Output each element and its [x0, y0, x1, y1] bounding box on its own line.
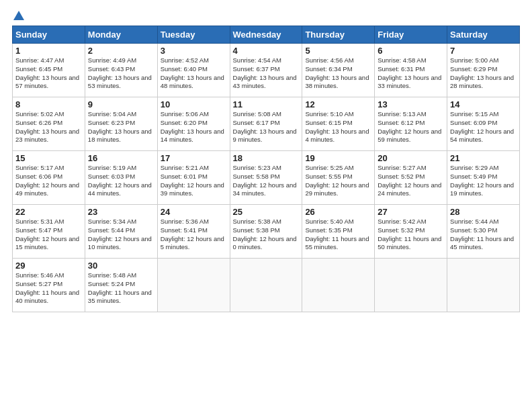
weekday-header-saturday: Saturday [447, 26, 520, 44]
weekday-header-monday: Monday [85, 26, 157, 44]
calendar-cell: 20Sunrise: 5:27 AMSunset: 5:52 PMDayligh… [375, 151, 447, 205]
calendar-cell: 6Sunrise: 4:58 AMSunset: 6:31 PMDaylight… [375, 44, 447, 97]
day-number: 15 [15, 153, 82, 163]
day-info: Sunrise: 4:47 AMSunset: 6:45 PMDaylight:… [15, 56, 82, 91]
calendar-week-1: 1Sunrise: 4:47 AMSunset: 6:45 PMDaylight… [13, 44, 520, 97]
day-info: Sunrise: 5:02 AMSunset: 6:26 PMDaylight:… [15, 110, 82, 144]
day-info: Sunrise: 5:48 AMSunset: 5:24 PMDaylight:… [88, 271, 154, 306]
calendar-table: SundayMondayTuesdayWednesdayThursdayFrid… [12, 26, 520, 312]
day-number: 16 [88, 153, 154, 163]
calendar-cell: 1Sunrise: 4:47 AMSunset: 6:45 PMDaylight… [13, 44, 85, 97]
day-number: 27 [378, 207, 444, 217]
calendar-cell: 8Sunrise: 5:02 AMSunset: 6:26 PMDaylight… [13, 97, 85, 151]
calendar-cell [375, 259, 447, 312]
calendar-week-2: 8Sunrise: 5:02 AMSunset: 6:26 PMDaylight… [13, 97, 520, 151]
calendar-cell: 16Sunrise: 5:19 AMSunset: 6:03 PMDayligh… [85, 151, 157, 205]
day-number: 2 [88, 46, 154, 56]
calendar-cell: 11Sunrise: 5:08 AMSunset: 6:17 PMDayligh… [230, 97, 302, 151]
calendar-cell: 23Sunrise: 5:34 AMSunset: 5:44 PMDayligh… [85, 205, 157, 259]
day-info: Sunrise: 5:29 AMSunset: 5:49 PMDaylight:… [450, 164, 517, 198]
day-number: 14 [450, 99, 517, 109]
day-number: 11 [233, 99, 300, 109]
calendar-cell: 4Sunrise: 4:54 AMSunset: 6:37 PMDaylight… [230, 44, 302, 97]
day-info: Sunrise: 5:08 AMSunset: 6:17 PMDaylight:… [233, 110, 300, 144]
calendar-cell: 18Sunrise: 5:23 AMSunset: 5:58 PMDayligh… [230, 151, 302, 205]
day-info: Sunrise: 5:00 AMSunset: 6:29 PMDaylight:… [450, 56, 517, 91]
day-info: Sunrise: 4:54 AMSunset: 6:37 PMDaylight:… [233, 56, 300, 91]
day-number: 1 [15, 46, 82, 56]
day-info: Sunrise: 5:19 AMSunset: 6:03 PMDaylight:… [88, 164, 154, 198]
day-info: Sunrise: 4:49 AMSunset: 6:43 PMDaylight:… [88, 56, 154, 91]
calendar-cell: 10Sunrise: 5:06 AMSunset: 6:20 PMDayligh… [157, 97, 230, 151]
calendar-cell: 2Sunrise: 4:49 AMSunset: 6:43 PMDaylight… [85, 44, 157, 97]
calendar-cell: 15Sunrise: 5:17 AMSunset: 6:06 PMDayligh… [13, 151, 85, 205]
day-number: 25 [233, 207, 300, 217]
day-info: Sunrise: 5:27 AMSunset: 5:52 PMDaylight:… [378, 164, 444, 198]
day-info: Sunrise: 5:06 AMSunset: 6:20 PMDaylight:… [161, 110, 227, 144]
day-info: Sunrise: 5:17 AMSunset: 6:06 PMDaylight:… [15, 164, 82, 198]
calendar-cell [302, 259, 375, 312]
calendar-week-4: 22Sunrise: 5:31 AMSunset: 5:47 PMDayligh… [13, 205, 520, 259]
day-info: Sunrise: 5:21 AMSunset: 6:01 PMDaylight:… [161, 164, 227, 198]
day-info: Sunrise: 4:58 AMSunset: 6:31 PMDaylight:… [378, 56, 444, 91]
calendar-cell: 27Sunrise: 5:42 AMSunset: 5:32 PMDayligh… [375, 205, 447, 259]
calendar-week-5: 29Sunrise: 5:46 AMSunset: 5:27 PMDayligh… [13, 259, 520, 312]
day-info: Sunrise: 5:25 AMSunset: 5:55 PMDaylight:… [305, 164, 371, 198]
day-info: Sunrise: 5:46 AMSunset: 5:27 PMDaylight:… [15, 271, 82, 306]
day-number: 21 [450, 153, 517, 163]
calendar-cell: 19Sunrise: 5:25 AMSunset: 5:55 PMDayligh… [302, 151, 375, 205]
day-number: 20 [378, 153, 444, 163]
calendar-cell: 26Sunrise: 5:40 AMSunset: 5:35 PMDayligh… [302, 205, 375, 259]
svg-marker-0 [13, 11, 24, 20]
weekday-header-friday: Friday [375, 26, 447, 44]
weekday-header-tuesday: Tuesday [157, 26, 230, 44]
calendar-cell: 17Sunrise: 5:21 AMSunset: 6:01 PMDayligh… [157, 151, 230, 205]
day-number: 19 [305, 153, 371, 163]
day-number: 3 [161, 46, 227, 56]
page: SundayMondayTuesdayWednesdayThursdayFrid… [0, 0, 532, 411]
day-number: 29 [15, 261, 82, 271]
weekday-header-thursday: Thursday [302, 26, 375, 44]
day-number: 8 [15, 99, 82, 109]
header [12, 12, 520, 19]
day-info: Sunrise: 5:23 AMSunset: 5:58 PMDaylight:… [233, 164, 300, 198]
day-info: Sunrise: 5:34 AMSunset: 5:44 PMDaylight:… [88, 218, 154, 252]
day-info: Sunrise: 5:15 AMSunset: 6:09 PMDaylight:… [450, 110, 517, 144]
day-info: Sunrise: 5:13 AMSunset: 6:12 PMDaylight:… [378, 110, 444, 144]
calendar-cell: 29Sunrise: 5:46 AMSunset: 5:27 PMDayligh… [13, 259, 85, 312]
day-number: 10 [161, 99, 227, 109]
day-number: 13 [378, 99, 444, 109]
day-info: Sunrise: 5:04 AMSunset: 6:23 PMDaylight:… [88, 110, 154, 144]
calendar-cell [230, 259, 302, 312]
logo-icon [13, 9, 25, 21]
calendar-cell: 21Sunrise: 5:29 AMSunset: 5:49 PMDayligh… [447, 151, 520, 205]
calendar-cell: 5Sunrise: 4:56 AMSunset: 6:34 PMDaylight… [302, 44, 375, 97]
calendar-cell: 25Sunrise: 5:38 AMSunset: 5:38 PMDayligh… [230, 205, 302, 259]
day-number: 5 [305, 46, 371, 56]
day-number: 22 [15, 207, 82, 217]
calendar-cell [447, 259, 520, 312]
day-info: Sunrise: 5:44 AMSunset: 5:30 PMDaylight:… [450, 218, 517, 252]
weekday-header-sunday: Sunday [13, 26, 85, 44]
day-number: 17 [161, 153, 227, 163]
calendar-cell: 7Sunrise: 5:00 AMSunset: 6:29 PMDaylight… [447, 44, 520, 97]
calendar-cell: 12Sunrise: 5:10 AMSunset: 6:15 PMDayligh… [302, 97, 375, 151]
calendar-cell: 3Sunrise: 4:52 AMSunset: 6:40 PMDaylight… [157, 44, 230, 97]
day-number: 26 [305, 207, 371, 217]
day-number: 30 [88, 261, 154, 271]
day-info: Sunrise: 5:38 AMSunset: 5:38 PMDaylight:… [233, 218, 300, 252]
day-number: 18 [233, 153, 300, 163]
calendar-cell: 24Sunrise: 5:36 AMSunset: 5:41 PMDayligh… [157, 205, 230, 259]
calendar-cell: 28Sunrise: 5:44 AMSunset: 5:30 PMDayligh… [447, 205, 520, 259]
day-info: Sunrise: 5:36 AMSunset: 5:41 PMDaylight:… [161, 218, 227, 252]
calendar-cell: 14Sunrise: 5:15 AMSunset: 6:09 PMDayligh… [447, 97, 520, 151]
day-number: 23 [88, 207, 154, 217]
calendar-cell: 22Sunrise: 5:31 AMSunset: 5:47 PMDayligh… [13, 205, 85, 259]
calendar-cell: 30Sunrise: 5:48 AMSunset: 5:24 PMDayligh… [85, 259, 157, 312]
day-number: 12 [305, 99, 371, 109]
calendar-cell: 13Sunrise: 5:13 AMSunset: 6:12 PMDayligh… [375, 97, 447, 151]
day-number: 4 [233, 46, 300, 56]
day-number: 28 [450, 207, 517, 217]
calendar-week-3: 15Sunrise: 5:17 AMSunset: 6:06 PMDayligh… [13, 151, 520, 205]
day-info: Sunrise: 5:10 AMSunset: 6:15 PMDaylight:… [305, 110, 371, 144]
